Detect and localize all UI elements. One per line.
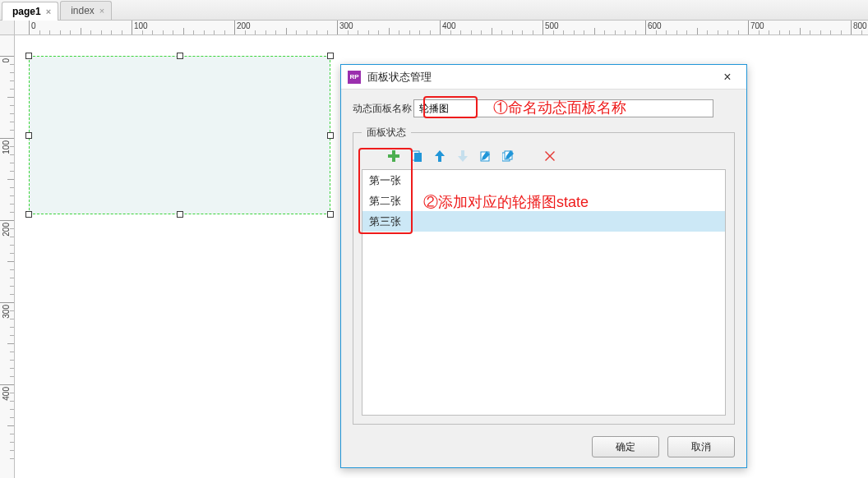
close-icon[interactable]: × [713, 68, 741, 86]
resize-handle-s[interactable] [177, 211, 183, 218]
app-icon: RP [348, 71, 361, 84]
close-icon[interactable]: × [99, 6, 104, 16]
svg-rect-1 [388, 154, 399, 158]
move-up-icon[interactable] [432, 149, 447, 163]
duplicate-icon[interactable] [409, 149, 424, 163]
workspace: 0100200300400500600700800 0100200300400 … [0, 21, 868, 478]
panel-state-manager-dialog: RP 面板状态管理 × 动态面板名称 面板状态 [340, 64, 747, 468]
move-down-icon [455, 149, 470, 163]
tab-label: page1 [12, 6, 41, 17]
resize-handle-sw[interactable] [25, 211, 32, 218]
panel-name-label: 动态面板名称 [353, 102, 412, 116]
ok-button[interactable]: 确定 [592, 436, 659, 457]
dialog-title: 面板状态管理 [367, 70, 713, 85]
state-item[interactable]: 第二张 [362, 191, 725, 211]
ruler-corner [0, 21, 15, 35]
state-item-label: 第三张 [369, 214, 401, 229]
state-item[interactable]: 第一张 [362, 170, 725, 191]
add-icon[interactable] [386, 149, 401, 163]
tab-page1[interactable]: page1 × [2, 2, 58, 21]
resize-handle-e[interactable] [327, 132, 334, 139]
dialog-titlebar[interactable]: RP 面板状态管理 × [341, 65, 746, 90]
design-canvas[interactable]: RP 面板状态管理 × 动态面板名称 面板状态 [15, 35, 868, 478]
vertical-ruler: 0100200300400 [0, 35, 15, 478]
resize-handle-n[interactable] [177, 53, 183, 59]
tab-index[interactable]: index × [60, 1, 112, 20]
delete-icon[interactable] [542, 149, 557, 163]
states-list[interactable]: 第一张 第二张 第三张 [362, 169, 726, 416]
document-tabs-bar: page1 × index × [0, 0, 868, 21]
states-toolbar [362, 148, 726, 169]
dialog-body: 动态面板名称 面板状态 [341, 90, 746, 430]
edit-all-icon[interactable] [501, 149, 516, 163]
svg-rect-3 [414, 153, 422, 162]
resize-handle-nw[interactable] [25, 53, 32, 59]
state-item-label: 第一张 [369, 173, 401, 188]
state-item-label: 第二张 [369, 194, 401, 209]
tab-label: index [71, 5, 95, 16]
states-fieldset: 面板状态 [353, 126, 735, 425]
states-legend: 面板状态 [362, 126, 411, 140]
horizontal-ruler: 0100200300400500600700800 [15, 21, 868, 35]
panel-name-input[interactable] [413, 99, 713, 117]
edit-state-icon[interactable] [478, 149, 493, 163]
dynamic-panel-widget[interactable] [29, 56, 330, 214]
resize-handle-w[interactable] [25, 132, 32, 139]
close-icon[interactable]: × [46, 7, 51, 16]
resize-handle-se[interactable] [327, 211, 334, 218]
cancel-button[interactable]: 取消 [667, 436, 735, 457]
resize-handle-ne[interactable] [327, 53, 334, 59]
state-item[interactable]: 第三张 [362, 211, 725, 232]
